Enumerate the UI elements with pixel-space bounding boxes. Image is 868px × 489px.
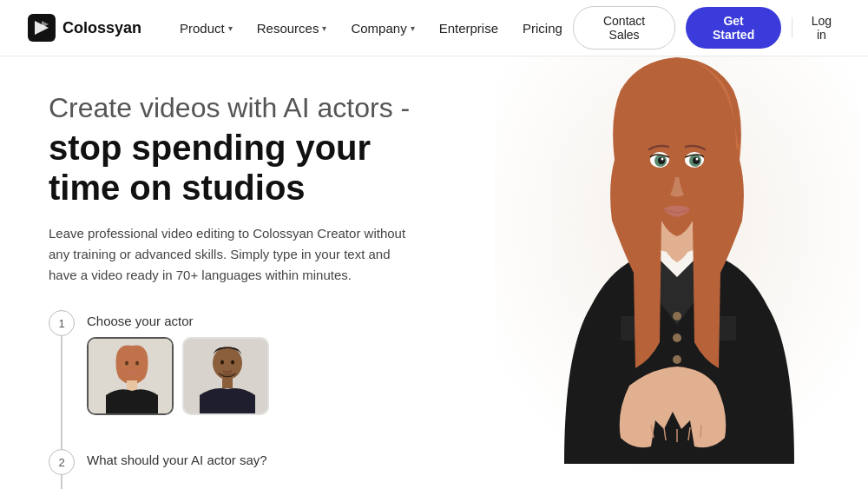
hero-subtitle: Create videos with AI actors - bbox=[49, 91, 444, 124]
nav-actions: Contact Sales Get Started Log in bbox=[573, 6, 840, 50]
step-1-row: 1 Choose your actor bbox=[49, 310, 444, 449]
hero-image-panel bbox=[486, 56, 868, 489]
actor-card-male[interactable] bbox=[182, 337, 269, 415]
hero-title: stop spending your time on studios bbox=[49, 128, 444, 208]
step-2-circle: 2 bbox=[49, 449, 75, 475]
hero-section: Create videos with AI actors - stop spen… bbox=[0, 56, 868, 489]
ai-actor-svg bbox=[495, 56, 859, 481]
svg-rect-6 bbox=[127, 380, 137, 391]
svg-point-13 bbox=[220, 360, 224, 365]
svg-point-18 bbox=[673, 355, 681, 364]
step-2-connector: 2 bbox=[49, 449, 75, 489]
step-1-body: Choose your actor bbox=[87, 310, 444, 449]
chevron-down-icon: ▾ bbox=[411, 23, 415, 33]
hero-description: Leave professional video editing to Colo… bbox=[49, 223, 422, 286]
chevron-down-icon: ▾ bbox=[228, 23, 233, 33]
logo-icon bbox=[28, 14, 56, 42]
svg-point-17 bbox=[673, 334, 681, 342]
nav-links: Product ▾ Resources ▾ Company ▾ Enterpri… bbox=[169, 14, 573, 43]
nav-product[interactable]: Product ▾ bbox=[169, 14, 243, 43]
svg-point-16 bbox=[673, 312, 681, 320]
nav-resources[interactable]: Resources ▾ bbox=[247, 14, 338, 43]
logo[interactable]: Colossyan bbox=[28, 14, 141, 42]
step-1-line bbox=[61, 336, 62, 449]
actor-card-female[interactable] bbox=[87, 337, 174, 415]
svg-point-14 bbox=[231, 360, 234, 365]
nav-company[interactable]: Company ▾ bbox=[340, 14, 424, 43]
brand-name: Colossyan bbox=[62, 19, 141, 37]
get-started-button[interactable]: Get Started bbox=[686, 7, 781, 49]
ai-actor-figure bbox=[486, 56, 868, 489]
navbar: Colossyan Product ▾ Resources ▾ Company … bbox=[0, 0, 868, 56]
chevron-down-icon: ▾ bbox=[322, 23, 326, 33]
svg-point-29 bbox=[696, 158, 699, 161]
login-button[interactable]: Log in bbox=[803, 7, 840, 49]
step-1-circle: 1 bbox=[49, 310, 75, 336]
step-2-body: What should your AI actor say? bbox=[87, 449, 444, 489]
step-1-connector: 1 bbox=[49, 310, 75, 449]
svg-rect-12 bbox=[222, 379, 233, 388]
actor-female-image bbox=[89, 339, 174, 415]
steps-list: 1 Choose your actor bbox=[49, 310, 444, 489]
nav-enterprise[interactable]: Enterprise bbox=[429, 14, 509, 43]
hero-content: Create videos with AI actors - stop spen… bbox=[0, 56, 486, 489]
nav-divider bbox=[792, 17, 792, 38]
nav-pricing[interactable]: Pricing bbox=[512, 14, 573, 43]
step-2-line bbox=[61, 475, 62, 489]
svg-point-7 bbox=[125, 361, 128, 366]
contact-sales-button[interactable]: Contact Sales bbox=[573, 6, 675, 50]
actor-cards bbox=[87, 337, 444, 415]
step-2-label: What should your AI actor say? bbox=[87, 453, 444, 467]
actor-male-image bbox=[184, 339, 269, 415]
step-1-label: Choose your actor bbox=[87, 314, 444, 328]
svg-point-8 bbox=[135, 361, 139, 366]
step-2-row: 2 What should your AI actor say? bbox=[49, 449, 444, 489]
svg-point-28 bbox=[661, 158, 664, 161]
